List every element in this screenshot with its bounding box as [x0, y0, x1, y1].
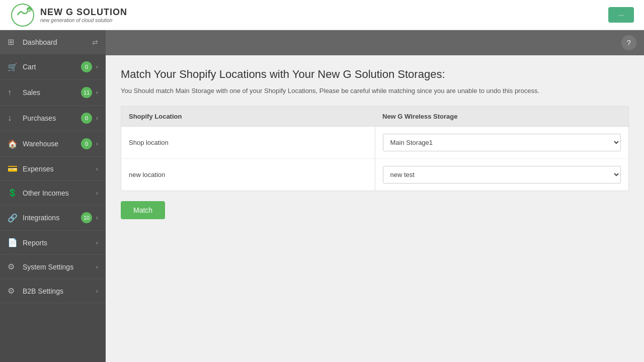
table-row: new location Main Storage1 new test Stor…: [121, 158, 629, 191]
sidebar-label-expenses: Expenses: [23, 165, 96, 173]
sidebar-label-integrations: Integrations: [23, 214, 81, 222]
sidebar-item-b2b-settings[interactable]: ⚙ B2B Settings ‹: [0, 279, 106, 303]
sidebar-label-cart: Cart: [23, 63, 81, 71]
sidebar-item-purchases[interactable]: ↓ Purchases 0 ‹: [0, 106, 106, 131]
match-button[interactable]: Match: [121, 201, 165, 219]
logo-area: G NEW G SOLUTION new generation of cloud…: [10, 3, 127, 28]
cart-badge: 0: [81, 61, 92, 72]
content-area: Match Your Shopify Locations with Your N…: [106, 55, 644, 362]
sidebar-item-other-incomes[interactable]: 💲 Other Incomes ‹: [0, 181, 106, 205]
warehouse-badge: 0: [81, 138, 92, 149]
storage-select-1[interactable]: Main Storage1 new test Storage 3: [383, 134, 621, 151]
integrations-icon: 🔗: [8, 213, 18, 223]
location-cell-2: new location: [121, 158, 375, 191]
header-right: ···: [608, 7, 634, 23]
sidebar-label-warehouse: Warehouse: [23, 140, 81, 148]
sidebar-label-purchases: Purchases: [23, 114, 81, 122]
purchases-chevron-icon: ‹: [96, 115, 98, 122]
top-header: G NEW G SOLUTION new generation of cloud…: [0, 0, 644, 30]
sidebar-item-dashboard[interactable]: ⊞ Dashboard ⇄: [0, 30, 106, 54]
expenses-chevron-icon: ‹: [96, 165, 98, 172]
warehouse-chevron-icon: ‹: [96, 140, 98, 147]
sidebar: ⊞ Dashboard ⇄ 🛒 Cart 0 ‹ ↑ Sales 11 ‹ ↓ …: [0, 30, 106, 362]
help-button[interactable]: ?: [621, 35, 636, 50]
sales-badge: 11: [81, 87, 92, 98]
storage-cell-1: Main Storage1 new test Storage 3: [375, 126, 629, 158]
warehouse-icon: 🏠: [8, 139, 18, 149]
sidebar-label-dashboard: Dashboard: [23, 38, 92, 46]
system-settings-icon: ⚙: [8, 262, 18, 272]
sidebar-item-system-settings[interactable]: ⚙ System Settings ‹: [0, 255, 106, 279]
logo-text: NEW G SOLUTION new generation of cloud s…: [40, 7, 127, 23]
sidebar-item-sales[interactable]: ↑ Sales 11 ‹: [0, 80, 106, 106]
sidebar-item-integrations[interactable]: 🔗 Integrations 10 ‹: [0, 205, 106, 231]
svg-text:G: G: [28, 8, 31, 13]
reports-icon: 📄: [8, 238, 18, 247]
sidebar-item-cart[interactable]: 🛒 Cart 0 ‹: [0, 54, 106, 80]
sidebar-label-b2b-settings: B2B Settings: [23, 287, 96, 295]
sidebar-item-expenses[interactable]: 💳 Expenses ‹: [0, 157, 106, 181]
sidebar-item-warehouse[interactable]: 🏠 Warehouse 0 ‹: [0, 131, 106, 157]
app-body: ⊞ Dashboard ⇄ 🛒 Cart 0 ‹ ↑ Sales 11 ‹ ↓ …: [0, 30, 644, 362]
sidebar-label-sales: Sales: [23, 88, 81, 97]
purchases-badge: 0: [81, 113, 92, 124]
page-subtitle: You Should match Main Storage with one o…: [121, 86, 629, 96]
integrations-badge: 10: [81, 212, 92, 223]
col1-header: Shopify Location: [121, 106, 375, 126]
sidebar-label-system-settings: System Settings: [23, 263, 96, 271]
match-table: Shopify Location New G Wireless Storage …: [121, 106, 629, 191]
dashboard-arrow-icon: ⇄: [92, 38, 98, 46]
integrations-chevron-icon: ‹: [96, 214, 98, 221]
system-settings-chevron-icon: ‹: [96, 263, 98, 270]
sidebar-label-other-incomes: Other Incomes: [23, 189, 96, 197]
dashboard-icon: ⊞: [8, 37, 18, 47]
logo-title: NEW G SOLUTION: [40, 7, 127, 18]
logo-subtitle: new generation of cloud solution: [40, 18, 127, 23]
storage-cell-2: Main Storage1 new test Storage 3: [375, 158, 629, 191]
page-title: Match Your Shopify Locations with Your N…: [121, 68, 629, 81]
col2-header: New G Wireless Storage: [375, 106, 629, 126]
expenses-icon: 💳: [8, 164, 18, 173]
sidebar-label-reports: Reports: [23, 239, 96, 247]
b2b-settings-icon: ⚙: [8, 286, 18, 296]
main-content: ? Match Your Shopify Locations with Your…: [106, 30, 644, 362]
logo-icon: G: [10, 3, 35, 28]
b2b-settings-chevron-icon: ‹: [96, 288, 98, 295]
svg-point-0: [12, 4, 34, 26]
table-row: Shop location Main Storage1 new test Sto…: [121, 126, 629, 158]
header-action-button[interactable]: ···: [608, 7, 634, 23]
location-cell-1: Shop location: [121, 126, 375, 158]
purchases-icon: ↓: [8, 114, 18, 123]
sales-icon: ↑: [8, 88, 18, 97]
cart-icon: 🛒: [8, 62, 18, 72]
other-incomes-chevron-icon: ‹: [96, 190, 98, 197]
content-toolbar: ?: [106, 30, 644, 55]
cart-chevron-icon: ‹: [96, 63, 98, 70]
other-incomes-icon: 💲: [8, 188, 18, 198]
sales-chevron-icon: ‹: [96, 89, 98, 96]
storage-select-2[interactable]: Main Storage1 new test Storage 3: [383, 166, 621, 184]
reports-chevron-icon: ‹: [96, 239, 98, 246]
sidebar-item-reports[interactable]: 📄 Reports ‹: [0, 231, 106, 255]
